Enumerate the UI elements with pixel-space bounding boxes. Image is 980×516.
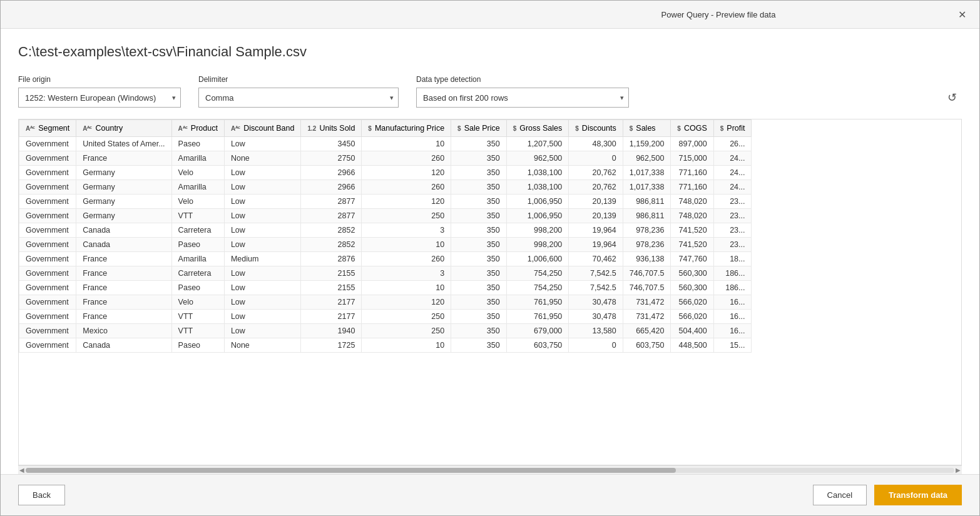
table-cell: France [76, 281, 171, 295]
table-cell: None [224, 338, 301, 353]
table-cell: 741,520 [671, 223, 713, 238]
table-row: GovernmentMexicoVTTLow1940250350679,0001… [19, 324, 752, 338]
table-cell: 1,038,100 [506, 180, 569, 195]
table-cell: Government [19, 338, 76, 353]
table-cell: France [76, 310, 171, 324]
table-cell: 978,236 [623, 223, 671, 238]
table-cell: 26... [713, 137, 752, 151]
table-row: GovernmentCanadaPaseoNone172510350603,75… [19, 338, 752, 353]
table-cell: Canada [76, 223, 171, 238]
table-cell: 566,020 [671, 310, 713, 324]
table-cell: 10 [362, 137, 451, 151]
table-cell: 1,038,100 [506, 166, 569, 180]
table-row: GovernmentUnited States of Amer...PaseoL… [19, 137, 752, 151]
table-cell: 962,500 [623, 151, 671, 166]
table-cell: 18... [713, 252, 752, 266]
table-cell: Amarilla [171, 252, 224, 266]
table-cell: 350 [451, 180, 507, 195]
table-cell: Paseo [171, 281, 224, 295]
table-cell: Amarilla [171, 180, 224, 195]
table-cell: 1,159,200 [623, 137, 671, 151]
table-cell: Low [224, 195, 301, 209]
delimiter-select[interactable]: Comma Tab Semicolon Space Colon Custom [198, 88, 399, 108]
data-type-detection-group: Data type detection Based on first 200 r… [416, 75, 629, 108]
table-row: GovernmentGermanyVeloLow29661203501,038,… [19, 166, 752, 180]
table-cell: 962,500 [506, 151, 569, 166]
file-origin-select[interactable]: 1252: Western European (Windows) 65001: … [18, 88, 181, 108]
table-cell: 731,472 [623, 295, 671, 310]
col-units-sold: 1.2 Units Sold [301, 120, 362, 137]
table-cell: Government [19, 180, 76, 195]
table-cell: Low [224, 166, 301, 180]
table-row: GovernmentCanadaPaseoLow285210350998,200… [19, 238, 752, 252]
table-cell: 260 [362, 151, 451, 166]
col-sale-price-label: Sale Price [464, 124, 500, 133]
table-cell: 0 [569, 338, 623, 353]
col-country-label: Country [96, 124, 123, 133]
table-row: GovernmentFranceCarreteraLow21553350754,… [19, 266, 752, 281]
table-cell: Government [19, 238, 76, 252]
table-cell: 350 [451, 281, 507, 295]
table-cell: Government [19, 151, 76, 166]
table-cell: 0 [569, 151, 623, 166]
horizontal-scrollbar[interactable]: ◀ ▶ [18, 465, 962, 474]
cancel-button[interactable]: Cancel [813, 485, 867, 505]
table-cell: France [76, 252, 171, 266]
transform-data-button[interactable]: Transform data [874, 485, 962, 505]
table-cell: Low [224, 324, 301, 338]
table-cell: 13,580 [569, 324, 623, 338]
table-cell: 350 [451, 151, 507, 166]
table-cell: Government [19, 137, 76, 151]
table-cell: 1,006,950 [506, 209, 569, 223]
table-cell: 504,400 [671, 324, 713, 338]
table-cell: 754,250 [506, 266, 569, 281]
table-cell: 1,006,950 [506, 195, 569, 209]
table-cell: Low [224, 295, 301, 310]
table-cell: Government [19, 223, 76, 238]
data-type-detection-select[interactable]: Based on first 200 rows Based on entire … [416, 88, 629, 108]
table-cell: 761,950 [506, 295, 569, 310]
back-button[interactable]: Back [18, 485, 65, 505]
table-cell: 771,160 [671, 166, 713, 180]
table-cell: 3450 [301, 137, 362, 151]
scroll-track[interactable] [26, 468, 954, 473]
col-cogs: $ COGS [671, 120, 713, 137]
table-cell: 186... [713, 281, 752, 295]
close-button[interactable]: ✕ [954, 7, 969, 22]
table-cell: 746,707.5 [623, 281, 671, 295]
refresh-button[interactable]: ↺ [942, 88, 962, 108]
table-cell: Low [224, 223, 301, 238]
table-row: GovernmentCanadaCarreteraLow28523350998,… [19, 223, 752, 238]
table-cell: 560,300 [671, 266, 713, 281]
table-cell: 350 [451, 238, 507, 252]
table-cell: 15... [713, 338, 752, 353]
table-cell: 350 [451, 324, 507, 338]
table-cell: 16... [713, 310, 752, 324]
refresh-icon: ↺ [947, 91, 957, 104]
table-cell: 350 [451, 209, 507, 223]
table-cell: 250 [362, 209, 451, 223]
sales-type-icon: $ [630, 125, 633, 132]
table-cell: Carretera [171, 266, 224, 281]
table-cell: 731,472 [623, 310, 671, 324]
discount-band-type-icon: Aᴬᶜ [231, 125, 240, 132]
scroll-thumb[interactable] [26, 468, 676, 473]
table-cell: 20,762 [569, 180, 623, 195]
table-cell: 7,542.5 [569, 281, 623, 295]
data-table-container[interactable]: Aᴬᶜ Segment Aᴬᶜ Country [18, 119, 962, 465]
table-cell: Canada [76, 338, 171, 353]
table-cell: Government [19, 252, 76, 266]
scroll-left-icon[interactable]: ◀ [19, 467, 24, 473]
table-cell: France [76, 295, 171, 310]
table-cell: 1940 [301, 324, 362, 338]
table-cell: Amarilla [171, 151, 224, 166]
dialog-title: Power Query - Preview file data [482, 10, 954, 19]
table-cell: France [76, 151, 171, 166]
manufacturing-price-type-icon: $ [368, 125, 372, 132]
scroll-right-icon[interactable]: ▶ [956, 467, 961, 473]
table-cell: 350 [451, 338, 507, 353]
table-cell: VTT [171, 209, 224, 223]
table-cell: 2852 [301, 223, 362, 238]
table-cell: 761,950 [506, 310, 569, 324]
table-cell: Mexico [76, 324, 171, 338]
